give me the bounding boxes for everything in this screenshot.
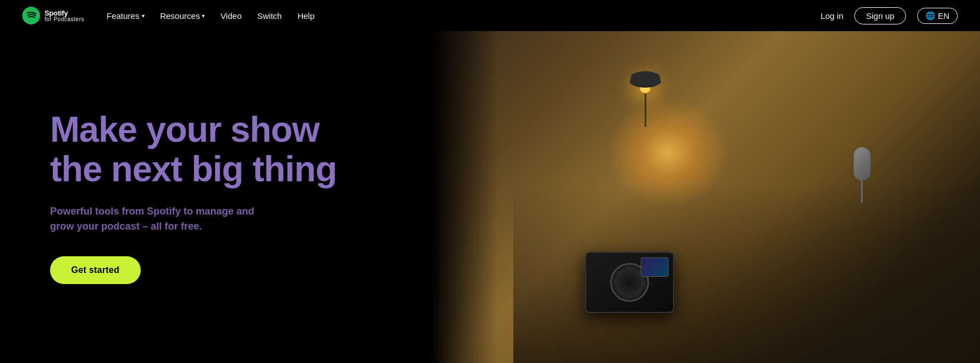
left-fade-overlay (431, 31, 498, 363)
globe-icon: 🌐 (925, 11, 935, 20)
resources-caret-icon: ▾ (202, 13, 205, 19)
nav-left: Spotify for Podcasters Features ▾ Resour… (22, 7, 315, 24)
nav-link-switch[interactable]: Switch (257, 11, 281, 21)
logo-text: Spotify for Podcasters (44, 9, 84, 22)
login-link[interactable]: Log in (820, 11, 843, 21)
get-started-button[interactable]: Get started (50, 256, 141, 284)
signup-link[interactable]: Sign up (854, 7, 906, 24)
camera-screen-icon (641, 257, 669, 277)
nav-links: Features ▾ Resources ▾ Video Switch (106, 11, 314, 21)
hero-section: Make your show the next big thing Powerf… (0, 31, 980, 363)
hero-subtext: Powerful tools from Spotify to manage an… (50, 204, 261, 234)
nav-item-features: Features ▾ (106, 11, 144, 21)
nav-item-video: Video (220, 11, 241, 21)
navbar: Spotify for Podcasters Features ▾ Resour… (0, 0, 980, 31)
microphone (854, 147, 870, 203)
hero-content: Make your show the next big thing Powerf… (0, 31, 431, 363)
person-silhouette (513, 64, 980, 363)
logo-sub: for Podcasters (44, 17, 84, 22)
camera (585, 252, 674, 313)
nav-link-help[interactable]: Help (298, 11, 315, 21)
lang-label: EN (938, 11, 949, 21)
nav-link-video[interactable]: Video (220, 11, 241, 21)
nav-item-help: Help (298, 11, 315, 21)
svg-point-0 (22, 7, 40, 24)
logo-link[interactable]: Spotify for Podcasters (22, 7, 84, 24)
spotify-logo-icon (22, 7, 40, 24)
hero-image (431, 31, 980, 363)
podcast-scene (431, 31, 980, 363)
mic-body-icon (854, 147, 870, 181)
logo-brand: Spotify (44, 9, 84, 17)
nav-link-features[interactable]: Features ▾ (106, 11, 144, 21)
nav-link-resources[interactable]: Resources ▾ (160, 11, 205, 21)
hero-image-bg (431, 31, 980, 363)
features-caret-icon: ▾ (142, 13, 145, 19)
nav-item-resources: Resources ▾ (160, 11, 205, 21)
mic-stand-icon (861, 181, 863, 203)
nav-right: Log in Sign up 🌐 EN (820, 7, 958, 24)
language-selector[interactable]: 🌐 EN (917, 8, 958, 24)
nav-item-switch: Switch (257, 11, 281, 21)
hero-headline: Make your show the next big thing (50, 110, 409, 188)
camera-body-icon (585, 252, 674, 313)
